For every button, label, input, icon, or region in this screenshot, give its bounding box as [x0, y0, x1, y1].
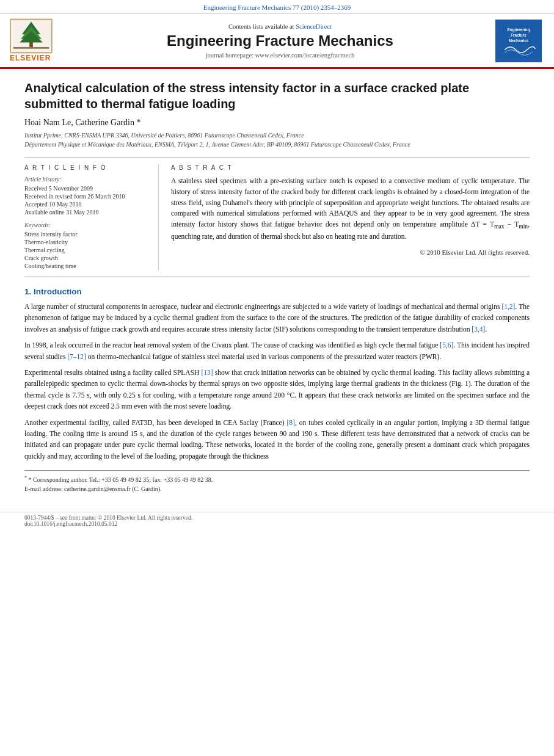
- elsevier-tree-svg: [10, 18, 52, 54]
- homepage-line: journal homepage: www.elsevier.com/locat…: [71, 52, 489, 59]
- intro-paragraph-2: In 1998, a leak occurred in the reactor …: [24, 340, 530, 362]
- keyword-3: Thermal cycling: [24, 247, 150, 253]
- history-received: Received 5 November 2009: [24, 185, 150, 192]
- keywords-label: Keywords:: [24, 222, 150, 228]
- authors: Hoai Nam Le, Catherine Gardin *: [24, 118, 530, 128]
- introduction-header: 1. Introduction: [24, 287, 530, 296]
- article-body: Analytical calculation of the stress int…: [0, 69, 554, 506]
- journal-reference: Engineering Fracture Mechanics 77 (2010)…: [0, 0, 554, 14]
- elsevier-tree-image: [10, 19, 53, 53]
- intro-paragraph-4: Another experimental facility, called FA…: [24, 417, 530, 462]
- journal-title-block: Contents lists available at ScienceDirec…: [71, 23, 489, 59]
- history-online: Available online 31 May 2010: [24, 209, 150, 216]
- journal-logo-right: Engineering Fracture Mechanics: [495, 20, 544, 62]
- footnote-section: * * Corresponding author. Tel.: +33 05 4…: [24, 470, 530, 493]
- history-revised: Received in revised form 26 March 2010: [24, 193, 150, 200]
- article-title: Analytical calculation of the stress int…: [24, 80, 530, 112]
- abstract-column: A B S T R A C T A stainless steel specim…: [171, 164, 530, 271]
- keyword-5: Cooling/heating time: [24, 263, 150, 269]
- article-info-abstract-section: A R T I C L E I N F O Article history: R…: [24, 158, 530, 277]
- journal-header: ELSEVIER Contents lists available at Sci…: [0, 14, 554, 69]
- svg-text:Mechanics: Mechanics: [509, 38, 529, 42]
- affiliation-2: Département Physique et Mécanique des Ma…: [24, 140, 530, 149]
- journal-title: Engineering Fracture Mechanics: [71, 32, 489, 49]
- keyword-1: Stress intensity factor: [24, 231, 150, 238]
- footnote-email: E-mail address: catherine.gardin@ensma.f…: [24, 484, 530, 493]
- history-label: Article history:: [24, 176, 150, 183]
- intro-paragraph-1: A large number of structural components …: [24, 301, 530, 335]
- footnote-corresponding: * * Corresponding author. Tel.: +33 05 4…: [24, 474, 530, 484]
- contents-line: Contents lists available at ScienceDirec…: [71, 23, 489, 30]
- history-accepted: Accepted 10 May 2010: [24, 201, 150, 208]
- abstract-text: A stainless steel specimen with a pre-ex…: [171, 176, 530, 258]
- article-info-column: A R T I C L E I N F O Article history: R…: [24, 164, 159, 271]
- affiliation-1: Institut Pprime, CNRS-ENSMA UPR 3346, Un…: [24, 131, 530, 140]
- keyword-2: Thermo-elasticity: [24, 239, 150, 245]
- bottom-bar: 0013-7944/$ – see front matter © 2010 El…: [0, 512, 554, 529]
- bottom-line-1: 0013-7944/$ – see front matter © 2010 El…: [24, 515, 530, 521]
- sciencedirect-link[interactable]: ScienceDirect: [296, 23, 332, 30]
- keyword-4: Crack growth: [24, 255, 150, 261]
- svg-text:Fracture: Fracture: [511, 32, 527, 37]
- article-info-label: A R T I C L E I N F O: [24, 164, 150, 171]
- elsevier-logo-block: ELSEVIER: [10, 19, 65, 62]
- introduction-section: 1. Introduction A large number of struct…: [24, 287, 530, 462]
- affiliations: Institut Pprime, CNRS-ENSMA UPR 3346, Un…: [24, 131, 530, 149]
- elsevier-wordmark: ELSEVIER: [10, 54, 51, 62]
- bottom-line-2: doi:10.1016/j.engfracmech.2010.05.012: [24, 521, 530, 527]
- abstract-label: A B S T R A C T: [171, 164, 530, 171]
- journal-logo-box: Engineering Fracture Mechanics: [495, 20, 542, 62]
- journal-logo-svg: Engineering Fracture Mechanics: [497, 22, 540, 60]
- svg-rect-1: [13, 46, 49, 48]
- copyright-notice: © 2010 Elsevier Ltd. All rights reserved…: [171, 247, 530, 258]
- intro-paragraph-3: Experimental results obtained using a fa…: [24, 367, 530, 412]
- svg-text:Engineering: Engineering: [508, 27, 530, 32]
